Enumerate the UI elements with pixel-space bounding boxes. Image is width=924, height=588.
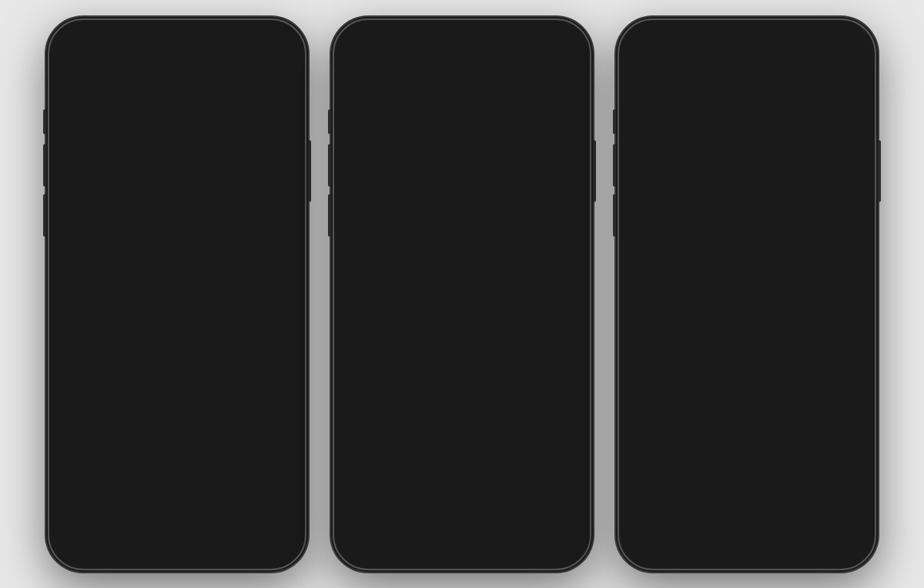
close-button[interactable]: ✕ xyxy=(548,63,571,86)
wifi-icon: ⊻ xyxy=(549,42,554,50)
close-button[interactable]: ✕ xyxy=(263,63,286,86)
battery-icon: ▐▌ xyxy=(273,42,283,50)
volume-down-button xyxy=(43,194,46,237)
mute-button xyxy=(328,109,331,134)
phone-screen-1: ▲▲▲ ⊻ ▐▌ ✕ xyxy=(55,26,299,563)
power-button xyxy=(593,140,596,202)
achievement-list[interactable] xyxy=(55,96,299,559)
close-button[interactable]: ✕ xyxy=(833,63,856,86)
app-header: ✕ xyxy=(625,57,869,96)
phone-phone1: ▲▲▲ ⊻ ▐▌ ✕ xyxy=(46,17,308,572)
status-bar: ▲▲▲ ⊻ ▐▌ xyxy=(340,26,584,57)
mute-button xyxy=(613,109,616,134)
battery-icon: ▐▌ xyxy=(557,42,568,50)
mute-button xyxy=(43,109,46,134)
battery-icon: ▐▌ xyxy=(842,42,853,50)
status-icons: ▲▲▲ ⊻ ▐▌ xyxy=(808,42,853,50)
phone-screen-3: ▲▲▲ ⊻ ▐▌ ✕ xyxy=(625,26,869,563)
signal-icon: ▲▲▲ xyxy=(523,42,546,50)
phone-screen-2: ▲▲▲ ⊻ ▐▌ ✕ xyxy=(340,26,584,563)
achievement-list[interactable] xyxy=(340,96,584,559)
signal-icon: ▲▲▲ xyxy=(808,42,831,50)
phone-phone2: ▲▲▲ ⊻ ▐▌ ✕ xyxy=(331,17,593,572)
volume-up-button xyxy=(328,144,331,186)
status-bar: ▲▲▲ ⊻ ▐▌ xyxy=(55,26,299,57)
volume-down-button xyxy=(613,194,616,237)
app-header: ✕ xyxy=(55,57,299,96)
status-bar: ▲▲▲ ⊻ ▐▌ xyxy=(625,26,869,57)
power-button xyxy=(308,140,311,202)
wifi-icon: ⊻ xyxy=(834,42,839,50)
power-button xyxy=(878,140,881,202)
signal-icon: ▲▲▲ xyxy=(238,42,261,50)
status-icons: ▲▲▲ ⊻ ▐▌ xyxy=(238,42,283,50)
wifi-icon: ⊻ xyxy=(264,42,270,50)
volume-down-button xyxy=(328,194,331,237)
volume-up-button xyxy=(613,144,616,186)
app-header: ✕ xyxy=(340,57,584,96)
volume-up-button xyxy=(43,144,46,186)
phone-phone3: ▲▲▲ ⊻ ▐▌ ✕ xyxy=(616,17,878,572)
achievement-list[interactable] xyxy=(625,96,869,559)
status-icons: ▲▲▲ ⊻ ▐▌ xyxy=(523,42,568,50)
